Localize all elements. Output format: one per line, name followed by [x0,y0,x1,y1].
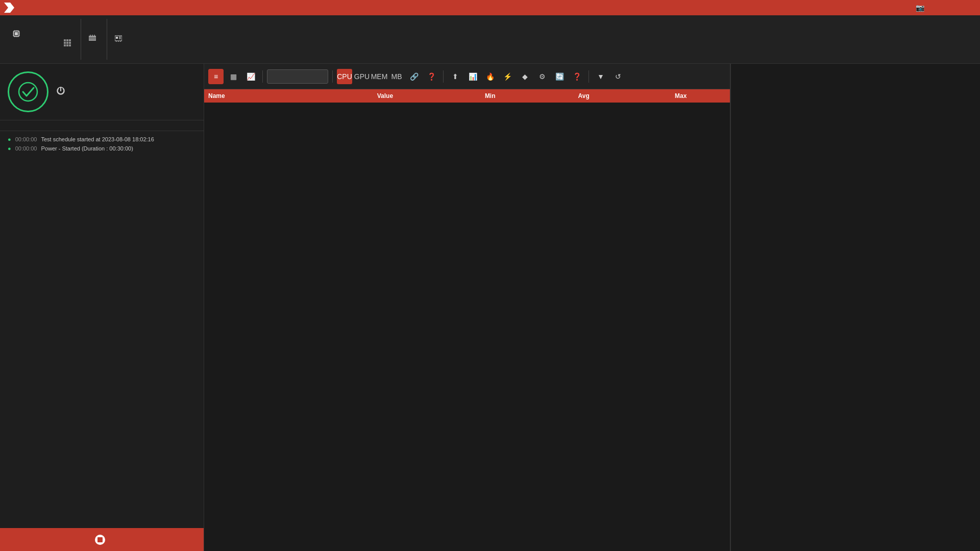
cpu-stats-section [5,19,81,60]
minimize-button[interactable] [929,2,943,14]
log-icon-2: ● [8,145,11,152]
left-panel: ● 00:00:00 Test schedule started at 2023… [0,64,204,551]
data-table: Name Value Min Avg Max [204,89,730,551]
power-info [56,86,188,97]
filter-input[interactable] [267,69,328,84]
col-name: Name [204,89,326,103]
svg-rect-21 [66,44,68,46]
toolbar-chart-btn[interactable]: 📈 [243,69,258,84]
gpu-stats-section [107,19,163,60]
toolbar: ≡ ▦ 📈 CPU GPU MEM MB 🔗 ❓ ⬆ 📊 🔥 ⚡ ◆ ⚙ 🔄 ❓… [204,64,730,89]
svg-rect-1 [15,32,18,35]
main-area: ● 00:00:00 Test schedule started at 2023… [0,64,980,551]
toolbar-mb-btn[interactable]: MB [389,69,404,84]
memory-stats-section [81,19,107,60]
svg-point-41 [19,83,37,101]
col-avg: Avg [536,89,631,103]
toolbar-sep-2 [332,70,333,83]
stop-square-icon [97,537,103,542]
svg-rect-16 [69,39,71,41]
toolbar-sep-3 [443,70,444,83]
cpu-grid-icon [64,39,73,48]
power-status-circle [8,71,48,112]
titlebar-controls: 📷 [896,2,976,14]
toolbar-up-btn[interactable]: ⬆ [448,69,463,84]
toolbar-power-btn[interactable]: ⚡ [500,69,515,84]
table-header-row: Name Value Min Avg Max [204,89,730,103]
toolbar-list-btn[interactable]: ≡ [208,69,224,84]
stop-circle-icon [95,535,105,545]
col-min: Min [444,89,536,103]
maximize-button[interactable] [945,2,960,14]
svg-rect-14 [64,39,66,41]
toolbar-mem-btn[interactable]: MEM [372,69,387,84]
toolbar-heat-btn[interactable]: 🔥 [482,69,498,84]
gpu-icon [115,35,122,42]
toolbar-diamond-btn[interactable]: ◆ [517,69,532,84]
power-title [56,86,188,95]
close-button[interactable] [962,2,976,14]
memory-header [89,35,99,42]
toolbar-refresh-btn[interactable]: 🔄 [552,69,567,84]
cpu-header [13,30,73,37]
log-time-2: 00:00:00 [15,145,37,152]
check-icon [18,82,38,102]
svg-rect-19 [69,42,71,44]
toolbar-help-btn[interactable]: ❓ [569,69,584,84]
cpu-icon [13,30,20,37]
toolbar-filter-btn[interactable]: ▼ [593,69,608,84]
log-msg-2: Power - Started (Duration : 00:30:00) [41,145,133,152]
toolbar-grid-btn[interactable]: ▦ [226,69,241,84]
toolbar-info-btn[interactable]: ❓ [424,69,439,84]
log-msg-1: Test schedule started at 2023-08-08 18:0… [41,136,154,142]
gpu-header [115,35,156,42]
titlebar: 📷 [0,0,980,15]
center-panel: ≡ ▦ 📈 CPU GPU MEM MB 🔗 ❓ ⬆ 📊 🔥 ⚡ ◆ ⚙ 🔄 ❓… [204,64,730,551]
log-section: ● 00:00:00 Test schedule started at 2023… [0,131,204,528]
occt-logo [4,3,14,13]
svg-rect-22 [69,44,71,46]
toolbar-analytics-btn[interactable]: 📊 [465,69,480,84]
toolbar-cpu-btn[interactable]: CPU [337,69,352,84]
toolbar-sep-1 [262,70,263,83]
toolbar-sep-4 [589,70,589,83]
log-entry-2: ● 00:00:00 Power - Started (Duration : 0… [8,145,196,152]
mode-section [0,120,204,131]
cpu-values [13,39,73,48]
toolbar-net-btn[interactable]: 🔗 [406,69,422,84]
toolbar-settings-btn[interactable]: ⚙ [534,69,550,84]
statsbar [0,15,980,64]
svg-rect-20 [64,44,66,46]
toolbar-reload-btn[interactable]: ↺ [610,69,626,84]
screenshot-button[interactable]: 📷 [913,2,927,14]
col-max: Max [631,89,730,103]
toolbar-gpu-btn[interactable]: GPU [354,69,370,84]
help-button[interactable] [896,2,911,14]
col-value: Value [326,89,444,103]
log-entry-1: ● 00:00:00 Test schedule started at 2023… [8,136,196,142]
svg-rect-15 [66,39,68,41]
svg-rect-17 [64,42,66,44]
sensor-table: Name Value Min Avg Max [204,89,730,103]
log-icon-1: ● [8,136,11,142]
svg-rect-34 [116,37,118,39]
memory-icon [89,35,96,42]
log-time-1: 00:00:00 [15,136,37,142]
stop-button[interactable] [0,528,204,551]
svg-rect-18 [66,42,68,44]
power-icon [56,86,65,95]
right-panel [730,64,980,551]
titlebar-left [4,3,18,13]
power-section [0,64,204,120]
